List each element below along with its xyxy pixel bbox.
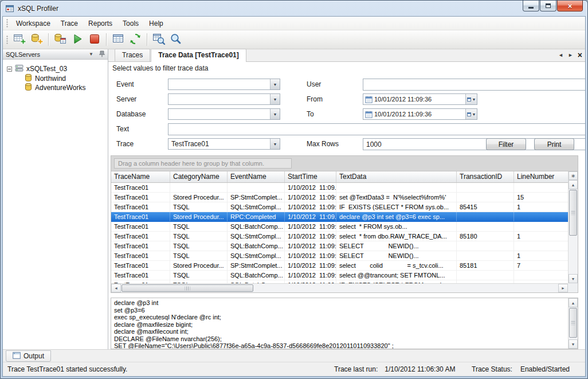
table-row[interactable]: TestTrace01Stored Procedur...SP:StmtComp… [111, 193, 570, 202]
tab-scroll-right-icon[interactable]: ► [568, 52, 573, 58]
table-cell: TSQL [170, 222, 228, 231]
start-trace-button[interactable] [69, 32, 85, 48]
menu-item-workspace[interactable]: Workspace [11, 17, 56, 30]
column-header-linenumber[interactable]: LineNumber [514, 171, 569, 182]
table-cell: 1 [514, 232, 569, 241]
server-value [168, 94, 270, 104]
column-header-textdata[interactable]: TextData [336, 171, 457, 182]
schedule-trace-icon [53, 32, 67, 48]
grid-options-button[interactable]: ∗ [569, 171, 578, 180]
collapse-expander-icon[interactable] [7, 67, 12, 72]
toolbar-separator [147, 33, 147, 46]
from-date-value: 10/01/2012 11:09:36 [374, 96, 465, 103]
add-server-button[interactable] [11, 32, 28, 48]
table-cell: RPC:Completed [228, 212, 285, 221]
column-header-eventname[interactable]: EventName [228, 171, 285, 182]
trace-grid-icon [111, 32, 125, 48]
stop-trace-icon [88, 32, 101, 48]
table-cell: TestTrace01 [111, 193, 170, 202]
table-row[interactable]: TestTrace01TSQLSQL:StmtCompl...1/10/2012… [111, 232, 570, 241]
print-button[interactable]: Print [534, 138, 574, 150]
scroll-track[interactable] [569, 189, 578, 274]
server-tree: xSQLTest_03 NorthwindAdventureWorks [3, 60, 108, 92]
minimize-button[interactable] [523, 1, 539, 11]
tree-item-northwind[interactable]: Northwind [25, 74, 108, 83]
database-dropdown[interactable]: ▼ [168, 108, 280, 120]
stop-trace-button[interactable] [87, 32, 103, 48]
menu-item-reports[interactable]: Reports [83, 17, 117, 30]
output-tab[interactable]: Output [6, 350, 51, 362]
to-date-dropdown-button[interactable]: ▼ [465, 109, 477, 119]
table-row[interactable]: TestTrace01TSQLSQL:StmtCompl...1/10/2012… [111, 251, 570, 261]
search-button[interactable] [168, 32, 184, 48]
table-cell: SELECT NEWID()... [336, 241, 457, 251]
tab-trace-data[interactable]: Trace Data [TestTrace01] [151, 49, 246, 62]
add-trace-button[interactable] [29, 32, 45, 48]
pin-icon[interactable] [99, 50, 105, 58]
user-input[interactable] [363, 79, 586, 91]
from-date-dropdown-button[interactable]: ▼ [465, 94, 477, 104]
server-dropdown[interactable]: ▼ [168, 93, 280, 105]
group-by-hint: Drag a column header here to group by th… [114, 158, 292, 169]
filter-button[interactable]: Filter [486, 138, 526, 150]
column-header-tracename[interactable]: TraceName [111, 171, 170, 182]
menu-item-trace[interactable]: Trace [56, 17, 83, 30]
scroll-track[interactable] [121, 284, 558, 292]
scroll-track[interactable] [569, 307, 578, 339]
scroll-thumb[interactable] [569, 308, 577, 338]
grid-search-button[interactable] [151, 32, 167, 48]
column-header-starttime[interactable]: StartTime [285, 171, 336, 182]
maximize-button[interactable] [540, 1, 556, 11]
tree-item-server[interactable]: xSQLTest_03 [7, 64, 108, 73]
tab-close-icon[interactable]: × [578, 52, 582, 58]
table-row[interactable]: TestTrace011/10/2012 11:09... [111, 183, 570, 193]
event-dropdown[interactable]: ▼ [168, 79, 280, 90]
tab-traces[interactable]: Traces [115, 49, 150, 61]
trace-dropdown[interactable]: TestTrace01 ▼ [168, 138, 280, 150]
scroll-down-icon[interactable]: ▼ [569, 339, 578, 349]
table-cell [457, 241, 514, 251]
scroll-left-icon[interactable]: ◄ [111, 284, 121, 292]
menu-item-tools[interactable]: Tools [117, 17, 144, 30]
tab-strip-tabs: TracesTrace Data [TestTrace01] [115, 49, 247, 61]
table-cell [457, 222, 514, 231]
column-header-transactionid[interactable]: TransactionID [457, 171, 514, 182]
column-header-categoryname[interactable]: CategoryName [170, 171, 228, 182]
grid-horizontal-scrollbar[interactable]: ◄ ► [111, 283, 568, 292]
tree-item-adventureworks[interactable]: AdventureWorks [25, 83, 108, 92]
tree-item-label: AdventureWorks [35, 84, 85, 92]
trace-grid-button[interactable] [110, 32, 126, 48]
scroll-down-icon[interactable]: ▼ [569, 274, 578, 283]
table-row[interactable]: TestTrace01Stored Procedur...SP:StmtComp… [111, 261, 570, 271]
table-row[interactable]: TestTrace01TSQLSQL:BatchComp...1/10/2012… [111, 241, 570, 251]
schedule-trace-button[interactable] [52, 32, 68, 48]
table-row[interactable]: TestTrace01TSQLSQL:StmtCompl...1/10/2012… [111, 202, 570, 212]
to-date-picker[interactable]: 10/01/2012 11:09:36 ▼ [363, 108, 477, 120]
text-input[interactable] [168, 123, 586, 135]
table-cell: 1/10/2012 11:09... [285, 212, 336, 221]
table-row[interactable]: TestTrace01TSQLSQL:BatchComp...1/10/2012… [111, 222, 570, 232]
panel-menu-chevron-icon[interactable]: ▼ [89, 52, 93, 57]
sql-text-line: exec sp_executesql N'declare @rc int; [114, 314, 565, 321]
filter-instruction: Select values to filter trace data [108, 62, 585, 74]
table-cell: SQL:BatchComp... [228, 271, 285, 280]
sql-text-line: SET @FileName="C:\Users\Public\6877f36e-… [114, 342, 565, 349]
grid-vertical-scrollbar[interactable]: ∗ ▲ ▼ [568, 171, 578, 283]
output-icon [13, 352, 21, 361]
table-row[interactable]: TestTrace01TSQLSQL:BatchComp...1/10/2012… [111, 271, 570, 280]
close-button[interactable]: × [557, 1, 583, 11]
trace-status-label: Trace Status: [472, 365, 512, 373]
detail-vertical-scrollbar[interactable]: ▲ ▼ [568, 298, 578, 349]
scroll-thumb[interactable] [121, 284, 253, 292]
scroll-right-icon[interactable]: ► [558, 284, 568, 292]
refresh-trace-button[interactable] [127, 32, 143, 48]
from-date-picker[interactable]: 10/01/2012 11:09:36 ▼ [363, 93, 477, 105]
table-row[interactable]: TestTrace01Stored Procedur...RPC:Complet… [111, 212, 570, 222]
database-label: Database [116, 110, 146, 118]
start-trace-icon [70, 32, 84, 48]
scroll-up-icon[interactable]: ▲ [569, 180, 578, 189]
tab-scroll-left-icon[interactable]: ◄ [558, 52, 563, 58]
scroll-thumb[interactable] [569, 190, 577, 236]
menu-item-help[interactable]: Help [144, 17, 168, 30]
scroll-up-icon[interactable]: ▲ [569, 298, 578, 307]
